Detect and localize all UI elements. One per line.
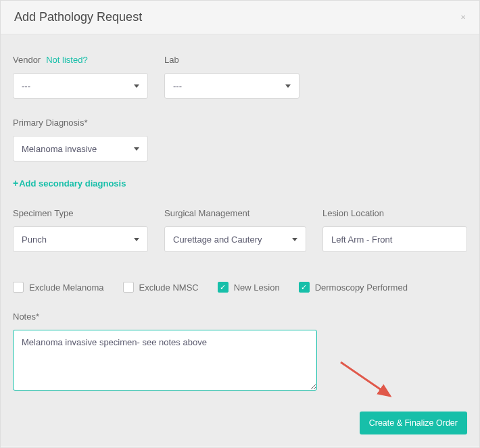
checkbox-checked-icon: ✓	[299, 282, 310, 293]
notes-field: Notes*	[13, 312, 467, 393]
lesion-location-label: Lesion Location	[322, 208, 467, 218]
exclude-melanoma-label: Exclude Melanoma	[29, 282, 104, 293]
modal-body: Vendor Not listed? --- Lab --- Primary D…	[1, 34, 479, 447]
surgical-management-label: Surgical Management	[164, 208, 306, 218]
specimen-type-value: Punch	[22, 234, 47, 245]
lab-field: Lab ---	[164, 55, 299, 99]
vendor-field: Vendor Not listed? ---	[13, 55, 148, 99]
primary-diagnosis-value: Melanoma invasive	[22, 144, 97, 154]
chevron-down-icon	[134, 84, 139, 88]
plus-icon: +	[13, 178, 18, 189]
vendor-label: Vendor	[13, 55, 41, 65]
chevron-down-icon	[285, 84, 291, 88]
lab-select[interactable]: ---	[164, 73, 299, 99]
lab-label: Lab	[164, 55, 299, 65]
checkbox-icon	[13, 282, 24, 293]
primary-diagnosis-select[interactable]: Melanoma invasive	[13, 136, 148, 161]
lab-value: ---	[173, 81, 182, 91]
specimen-type-field: Specimen Type Punch	[13, 208, 148, 252]
close-icon[interactable]: ✕	[460, 14, 466, 21]
add-secondary-diagnosis-link[interactable]: +Add secondary diagnosis	[13, 178, 126, 189]
dermoscopy-checkbox[interactable]: ✓ Dermoscopy Performed	[299, 282, 408, 293]
exclude-nmsc-label: Exclude NMSC	[139, 282, 199, 293]
add-secondary-label: Add secondary diagnosis	[19, 178, 126, 189]
create-finalize-order-button[interactable]: Create & Finalize Order	[360, 412, 467, 434]
checkbox-icon	[123, 282, 134, 293]
checkbox-row: Exclude Melanoma Exclude NMSC ✓ New Lesi…	[13, 282, 467, 293]
primary-diagnosis-field: Primary Diagnosis* Melanoma invasive	[13, 118, 148, 161]
primary-diagnosis-label: Primary Diagnosis*	[13, 118, 148, 128]
checkbox-checked-icon: ✓	[218, 282, 229, 293]
new-lesion-checkbox[interactable]: ✓ New Lesion	[218, 282, 280, 293]
exclude-melanoma-checkbox[interactable]: Exclude Melanoma	[13, 282, 104, 293]
surgical-management-value: Curettage and Cautery	[173, 234, 262, 245]
notes-textarea[interactable]	[13, 330, 317, 391]
chevron-down-icon	[134, 238, 139, 241]
new-lesion-label: New Lesion	[234, 282, 280, 293]
lesion-location-field: Lesion Location Left Arm - Front	[322, 208, 467, 252]
modal-title: Add Pathology Request	[14, 10, 142, 24]
chevron-down-icon	[134, 147, 139, 151]
vendor-value: ---	[22, 81, 30, 91]
modal-header: Add Pathology Request ✕	[1, 1, 479, 34]
dermoscopy-label: Dermoscopy Performed	[315, 282, 408, 293]
surgical-management-field: Surgical Management Curettage and Cauter…	[164, 208, 306, 252]
specimen-type-select[interactable]: Punch	[13, 226, 148, 252]
chevron-down-icon	[292, 238, 297, 241]
lesion-location-value: Left Arm - Front	[331, 234, 392, 245]
exclude-nmsc-checkbox[interactable]: Exclude NMSC	[123, 282, 199, 293]
notes-label: Notes*	[13, 312, 467, 322]
vendor-select[interactable]: ---	[13, 73, 148, 99]
vendor-not-listed-link[interactable]: Not listed?	[46, 55, 87, 65]
specimen-type-label: Specimen Type	[13, 208, 148, 218]
surgical-management-select[interactable]: Curettage and Cautery	[164, 226, 306, 252]
lesion-location-value-box[interactable]: Left Arm - Front	[322, 226, 467, 252]
